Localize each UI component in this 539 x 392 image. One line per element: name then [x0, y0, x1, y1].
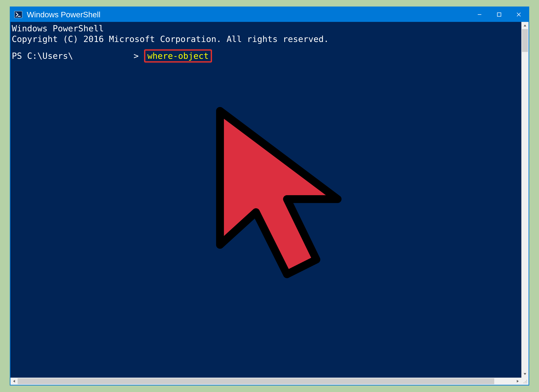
titlebar[interactable]: Windows PowerShell	[10, 7, 529, 22]
vertical-scroll-thumb[interactable]	[522, 29, 528, 52]
powershell-window: Windows PowerShell Windows PowerShell Co…	[10, 6, 529, 386]
svg-marker-7	[524, 373, 526, 375]
command-highlight-box: where-object	[144, 49, 212, 63]
terminal-row: Windows PowerShell Copyright (C) 2016 Mi…	[10, 22, 529, 378]
prompt-prefix: PS C:\Users\	[12, 51, 73, 61]
vertical-scroll-track[interactable]	[521, 29, 529, 370]
maximize-button[interactable]	[489, 7, 509, 22]
svg-point-14	[525, 382, 526, 383]
svg-marker-6	[524, 24, 526, 26]
command-text: where-object	[147, 51, 209, 61]
scroll-up-button[interactable]	[521, 22, 529, 29]
svg-rect-3	[497, 13, 501, 16]
prompt-suffix: >	[134, 51, 139, 61]
scroll-down-button[interactable]	[521, 370, 529, 378]
horizontal-scrollbar[interactable]	[10, 378, 529, 385]
horizontal-scroll-track[interactable]	[18, 378, 514, 385]
scroll-left-button[interactable]	[10, 378, 18, 385]
annotation-cursor-icon	[153, 94, 367, 314]
vertical-scrollbar[interactable]	[521, 22, 529, 378]
svg-marker-9	[517, 380, 519, 382]
powershell-icon	[14, 10, 23, 19]
svg-point-11	[526, 381, 527, 382]
client-area: Windows PowerShell Copyright (C) 2016 Mi…	[10, 22, 529, 385]
scroll-right-button[interactable]	[514, 378, 521, 385]
minimize-button[interactable]	[470, 7, 489, 22]
redacted-username	[73, 53, 134, 60]
terminal-header-line2: Copyright (C) 2016 Microsoft Corporation…	[12, 34, 329, 44]
close-button[interactable]	[509, 7, 529, 22]
svg-marker-8	[13, 380, 15, 382]
svg-point-10	[526, 380, 527, 381]
horizontal-scroll-thumb[interactable]	[18, 378, 494, 384]
window-title: Windows PowerShell	[27, 10, 470, 19]
prompt-line: PS C:\Users\> where-object	[12, 49, 212, 63]
window-controls	[470, 7, 529, 22]
svg-point-13	[526, 382, 527, 383]
terminal-header-line1: Windows PowerShell	[12, 24, 104, 33]
resize-grip[interactable]	[521, 378, 529, 385]
svg-point-15	[524, 382, 524, 383]
terminal-output[interactable]: Windows PowerShell Copyright (C) 2016 Mi…	[10, 22, 521, 378]
svg-point-12	[525, 381, 526, 382]
